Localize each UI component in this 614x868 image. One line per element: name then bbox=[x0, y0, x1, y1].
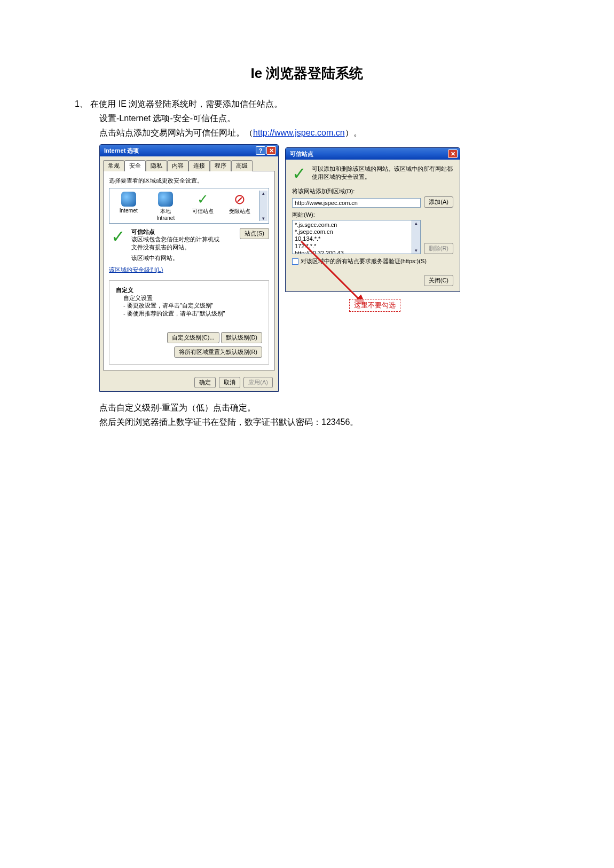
close-button[interactable]: ✕ bbox=[448, 149, 458, 158]
sites-list-label: 网站(W): bbox=[292, 211, 453, 219]
trusted-sites-heading: 可信站点 bbox=[131, 228, 235, 235]
zone-internet[interactable]: Internet bbox=[111, 191, 147, 221]
trusted-desc-1: 该区域包含您信任对您的计算机或 bbox=[131, 235, 235, 243]
add-site-label: 将该网站添加到区域(D): bbox=[292, 187, 453, 195]
reset-zones-button[interactable]: 将所有区域重置为默认级别(R) bbox=[174, 346, 262, 358]
dlg2-titlebar: 可信站点 ✕ bbox=[286, 148, 460, 160]
dlg1-title: Internet 选项 bbox=[104, 147, 255, 155]
zone-list: Internet 本地 Intranet ✓ 可信站点 ⊘ 受限站点 ▴▾ bbox=[109, 188, 269, 224]
list-scrollbar[interactable]: ▴▾ bbox=[412, 220, 420, 254]
custom-line-3: - 要使用推荐的设置，请单击"默认级别" bbox=[123, 310, 262, 317]
tab-connections[interactable]: 连接 bbox=[188, 160, 210, 171]
para3-prefix: 点击站点添加交易网站为可信任网址。（ bbox=[99, 128, 253, 137]
tab-general[interactable]: 常规 bbox=[103, 160, 124, 171]
internet-options-dialog: Internet 选项 ? ✕ 常规 安全 隐私 内容 连接 程序 高级 选择要… bbox=[99, 144, 279, 392]
tab-advanced[interactable]: 高级 bbox=[231, 160, 253, 171]
dlg1-footer: 确定 取消 应用(A) bbox=[100, 374, 278, 391]
sites-listbox[interactable]: *.js.sgcc.com.cn *.jsepc.com.cn 10.134.*… bbox=[292, 220, 421, 254]
zone-intranet[interactable]: 本地 Intranet bbox=[148, 191, 184, 221]
apply-button[interactable]: 应用(A) bbox=[243, 377, 273, 388]
paragraph-1: 1、 在使用 IE 浏览器登陆系统时，需要添加信任站点。 bbox=[75, 99, 539, 110]
list-item[interactable]: 10.134.*.* bbox=[295, 235, 411, 242]
screenshot-row: Internet 选项 ? ✕ 常规 安全 隐私 内容 连接 程序 高级 选择要… bbox=[99, 144, 539, 392]
list-item[interactable]: http://10.32.200.43 bbox=[295, 250, 411, 254]
security-level-link[interactable]: 该区域的安全级别(L) bbox=[109, 266, 269, 274]
ok-button[interactable]: 确定 bbox=[194, 377, 216, 388]
globe-icon bbox=[158, 192, 173, 207]
check-icon: ✓ bbox=[292, 165, 306, 182]
tab-content[interactable]: 内容 bbox=[167, 160, 188, 171]
cancel-button[interactable]: 取消 bbox=[219, 377, 240, 388]
default-level-button[interactable]: 默认级别(D) bbox=[221, 332, 262, 343]
add-site-input[interactable] bbox=[292, 198, 421, 208]
doc-title: Ie 浏览器登陆系统 bbox=[75, 64, 539, 83]
dlg2-title: 可信站点 bbox=[290, 150, 447, 158]
paragraph-3: 点击站点添加交易网站为可信任网址。（http://www.jspec.com.c… bbox=[99, 128, 539, 139]
close-dialog-button[interactable]: 关闭(C) bbox=[424, 275, 453, 286]
close-button[interactable]: ✕ bbox=[266, 146, 276, 155]
trusted-sites-dialog: 可信站点 ✕ ✓ 可以添加和删除该区域的网站。该区域中的所有网站都使用区域的安全… bbox=[285, 147, 460, 292]
sites-button[interactable]: 站点(S) bbox=[240, 228, 269, 239]
select-zone-label: 选择要查看的区域或更改安全设置。 bbox=[109, 177, 269, 185]
tab-security[interactable]: 安全 bbox=[124, 160, 146, 171]
para3-suffix: ）。 bbox=[345, 128, 362, 137]
custom-line-1: 自定义设置 bbox=[123, 294, 262, 302]
post-line-2: 然后关闭浏览器插上数字证书在登陆，数字证书默认密码：123456。 bbox=[99, 415, 539, 429]
trusted-desc-3: 该区域中有网站。 bbox=[131, 254, 235, 262]
list-item[interactable]: *.jsepc.com.cn bbox=[295, 228, 411, 235]
custom-fieldset: 自定义 自定义设置 - 要更改设置，请单击"自定义级别" - 要使用推荐的设置，… bbox=[109, 280, 269, 365]
add-button[interactable]: 添加(A) bbox=[424, 196, 453, 208]
list-item[interactable]: 172.*.*.* bbox=[295, 243, 411, 250]
deny-icon: ⊘ bbox=[232, 192, 247, 207]
zone-trusted[interactable]: ✓ 可信站点 bbox=[185, 191, 221, 221]
dlg1-titlebar: Internet 选项 ? ✕ bbox=[100, 145, 278, 156]
tab-privacy[interactable]: 隐私 bbox=[146, 160, 167, 171]
paragraph-2: 设置-Lnternet 选项-安全-可信任点。 bbox=[99, 113, 539, 124]
dlg2-body: ✓ 可以添加和删除该区域的网站。该区域中的所有网站都使用区域的安全设置。 将该网… bbox=[286, 160, 460, 291]
tab-programs[interactable]: 程序 bbox=[210, 160, 231, 171]
custom-level-button[interactable]: 自定义级别(C)... bbox=[167, 332, 219, 343]
annotation-label: 这里不要勾选 bbox=[349, 299, 400, 312]
check-icon: ✓ bbox=[109, 228, 127, 262]
help-button[interactable]: ? bbox=[256, 146, 265, 155]
tab-strip: 常规 安全 隐私 内容 连接 程序 高级 bbox=[100, 156, 278, 171]
dlg2-intro: 可以添加和删除该区域的网站。该区域中的所有网站都使用区域的安全设置。 bbox=[312, 165, 453, 181]
check-icon: ✓ bbox=[195, 192, 210, 207]
trusted-desc-2: 文件没有损害的网站。 bbox=[131, 243, 235, 251]
https-required-checkbox[interactable] bbox=[292, 258, 298, 265]
jspec-link[interactable]: http://www.jspec.com.cn bbox=[253, 128, 345, 137]
custom-line-2: - 要更改设置，请单击"自定义级别" bbox=[123, 302, 262, 309]
custom-heading: 自定义 bbox=[116, 286, 262, 294]
https-required-label: 对该区域中的所有站点要求服务器验证(https:)(S) bbox=[301, 257, 427, 265]
post-line-1: 点击自定义级别-重置为（低）点击确定。 bbox=[99, 400, 539, 415]
globe-icon bbox=[121, 192, 136, 207]
trusted-sites-wrap: 可信站点 ✕ ✓ 可以添加和删除该区域的网站。该区域中的所有网站都使用区域的安全… bbox=[285, 144, 460, 292]
trusted-sites-section: ✓ 可信站点 该区域包含您信任对您的计算机或 文件没有损害的网站。 该区域中有网… bbox=[109, 228, 269, 262]
zone-restricted[interactable]: ⊘ 受限站点 bbox=[222, 191, 258, 221]
zone-scrollbar[interactable]: ▴▾ bbox=[259, 191, 267, 221]
remove-button[interactable]: 删除(R) bbox=[424, 243, 453, 254]
security-tab-body: 选择要查看的区域或更改安全设置。 Internet 本地 Intranet ✓ … bbox=[103, 171, 275, 370]
list-item[interactable]: *.js.sgcc.com.cn bbox=[295, 222, 411, 228]
